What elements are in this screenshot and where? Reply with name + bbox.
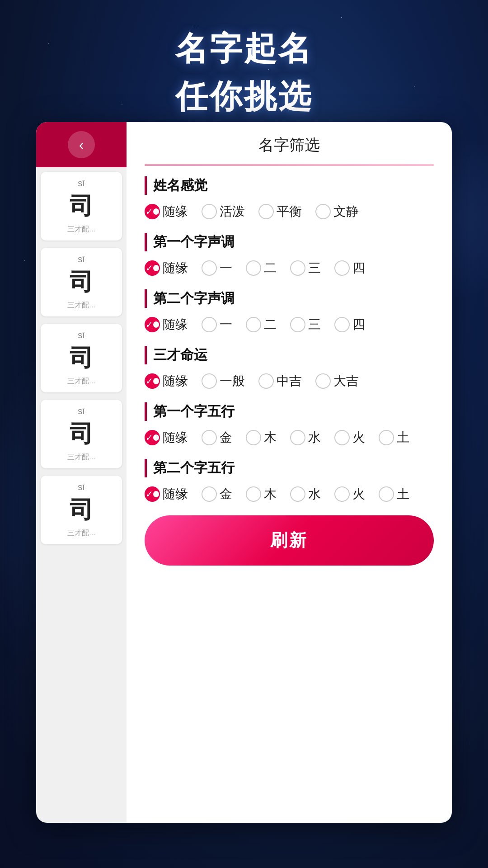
sidebar-items-list: sī 司 三才配... sī 司 三才配... sī 司 三才配... sī 司… <box>36 167 127 556</box>
radio-circle-fate-1[interactable] <box>202 373 217 389</box>
radio-circle-wx2-4[interactable] <box>334 486 350 502</box>
radio-circle-wx2-3[interactable] <box>290 486 305 502</box>
radio-circle-tone1-2[interactable] <box>246 260 261 276</box>
radio-label-feel-2: 平衡 <box>277 203 302 220</box>
radio-item-wx2-0[interactable]: ✓ 随缘 <box>145 486 188 503</box>
radio-circle-tone1-4[interactable] <box>334 260 350 276</box>
radio-label-wx2-1: 金 <box>220 486 232 503</box>
section-title-wuxing1: 第一个字五行 <box>145 402 434 421</box>
radio-circle-tone2-3[interactable] <box>290 317 305 332</box>
radio-label-feel-1: 活泼 <box>220 203 245 220</box>
radio-item-wx2-3[interactable]: 水 <box>290 486 321 503</box>
radio-circle-feel-2[interactable] <box>258 204 274 219</box>
radio-item-feel-3[interactable]: 文静 <box>315 203 359 220</box>
radio-item-tone2-2[interactable]: 二 <box>246 316 277 333</box>
radio-circle-fate-0[interactable]: ✓ <box>145 373 160 389</box>
radio-item-feel-0[interactable]: ✓ 随缘 <box>145 203 188 220</box>
radio-circle-wx1-1[interactable] <box>202 430 217 445</box>
radio-label-wx1-4: 火 <box>352 429 365 446</box>
radio-item-fate-2[interactable]: 中吉 <box>258 373 302 390</box>
radio-circle-fate-3[interactable] <box>315 373 331 389</box>
radio-group-feel: ✓ 随缘 活泼 平衡 文静 <box>145 203 434 220</box>
radio-label-tone2-1: 一 <box>220 316 232 333</box>
radio-circle-wx2-0[interactable]: ✓ <box>145 486 160 502</box>
radio-label-fate-3: 大吉 <box>333 373 359 390</box>
sidebar-item[interactable]: sī 司 三才配... <box>41 400 122 468</box>
radio-label-wx2-2: 木 <box>264 486 277 503</box>
radio-item-tone2-1[interactable]: 一 <box>202 316 232 333</box>
radio-circle-wx1-4[interactable] <box>334 430 350 445</box>
radio-label-wx1-2: 木 <box>264 429 277 446</box>
radio-circle-feel-1[interactable] <box>202 204 217 219</box>
radio-circle-wx1-5[interactable] <box>379 430 394 445</box>
sidebar-header: ‹ <box>36 122 127 167</box>
radio-label-wx1-1: 金 <box>220 429 232 446</box>
radio-item-tone1-2[interactable]: 二 <box>246 259 277 277</box>
radio-item-tone1-4[interactable]: 四 <box>334 259 365 277</box>
radio-item-tone1-0[interactable]: ✓ 随缘 <box>145 259 188 277</box>
radio-circle-wx2-2[interactable] <box>246 486 261 502</box>
radio-item-tone1-1[interactable]: 一 <box>202 259 232 277</box>
radio-circle-tone2-2[interactable] <box>246 317 261 332</box>
filter-section-feel: 姓名感觉 ✓ 随缘 活泼 平衡 <box>145 176 434 220</box>
radio-circle-tone2-0[interactable]: ✓ <box>145 317 160 332</box>
radio-circle-tone2-1[interactable] <box>202 317 217 332</box>
checkmark-icon: ✓ <box>145 490 153 499</box>
radio-circle-feel-0[interactable]: ✓ <box>145 204 160 219</box>
sidebar-item-char: 司 <box>47 342 116 374</box>
radio-item-wx1-3[interactable]: 水 <box>290 429 321 446</box>
radio-label-wx1-0: 随缘 <box>163 429 188 446</box>
radio-item-fate-0[interactable]: ✓ 随缘 <box>145 373 188 390</box>
sidebar-item-char: 司 <box>47 418 116 450</box>
radio-item-tone2-3[interactable]: 三 <box>290 316 321 333</box>
radio-group-fate: ✓ 随缘 一般 中吉 大吉 <box>145 373 434 390</box>
radio-item-fate-1[interactable]: 一般 <box>202 373 245 390</box>
radio-item-tone1-3[interactable]: 三 <box>290 259 321 277</box>
radio-label-fate-2: 中吉 <box>277 373 302 390</box>
sidebar-item-desc: 三才配... <box>47 377 116 386</box>
radio-circle-wx1-2[interactable] <box>246 430 261 445</box>
radio-label-tone1-1: 一 <box>220 259 232 277</box>
checkmark-icon: ✓ <box>145 207 153 216</box>
sidebar-item[interactable]: sī 司 三才配... <box>41 172 122 241</box>
section-title-tone1: 第一个字声调 <box>145 233 434 251</box>
radio-item-fate-3[interactable]: 大吉 <box>315 373 359 390</box>
checkmark-icon: ✓ <box>145 320 153 329</box>
sidebar-item[interactable]: sī 司 三才配... <box>41 324 122 392</box>
radio-item-feel-1[interactable]: 活泼 <box>202 203 245 220</box>
radio-circle-tone1-0[interactable]: ✓ <box>145 260 160 276</box>
back-button[interactable]: ‹ <box>68 131 95 158</box>
radio-item-wx2-4[interactable]: 火 <box>334 486 365 503</box>
radio-circle-wx1-0[interactable]: ✓ <box>145 430 160 445</box>
radio-item-wx1-1[interactable]: 金 <box>202 429 232 446</box>
sidebar-item-desc: 三才配... <box>47 301 116 310</box>
radio-circle-tone1-1[interactable] <box>202 260 217 276</box>
radio-item-wx1-0[interactable]: ✓ 随缘 <box>145 429 188 446</box>
radio-circle-fate-2[interactable] <box>258 373 274 389</box>
radio-circle-wx2-1[interactable] <box>202 486 217 502</box>
title-line2: 任你挑选 <box>0 75 488 118</box>
sidebar-item-pinyin: sī <box>47 482 116 492</box>
refresh-button[interactable]: 刷新 <box>145 515 434 566</box>
filter-section-wuxing1: 第一个字五行 ✓ 随缘 金 木 <box>145 402 434 446</box>
radio-label-fate-0: 随缘 <box>163 373 188 390</box>
radio-label-wx2-4: 火 <box>352 486 365 503</box>
radio-label-feel-0: 随缘 <box>163 203 188 220</box>
radio-item-wx1-2[interactable]: 木 <box>246 429 277 446</box>
radio-item-wx2-1[interactable]: 金 <box>202 486 232 503</box>
radio-item-feel-2[interactable]: 平衡 <box>258 203 302 220</box>
radio-item-wx1-5[interactable]: 土 <box>379 429 409 446</box>
sidebar-item[interactable]: sī 司 三才配... <box>41 248 122 316</box>
radio-circle-wx2-5[interactable] <box>379 486 394 502</box>
radio-circle-wx1-3[interactable] <box>290 430 305 445</box>
sidebar-item[interactable]: sī 司 三才配... <box>41 476 122 544</box>
sidebar-item-desc: 三才配... <box>47 453 116 462</box>
radio-item-wx1-4[interactable]: 火 <box>334 429 365 446</box>
radio-item-tone2-0[interactable]: ✓ 随缘 <box>145 316 188 333</box>
radio-item-wx2-5[interactable]: 土 <box>379 486 409 503</box>
radio-circle-tone2-4[interactable] <box>334 317 350 332</box>
radio-circle-tone1-3[interactable] <box>290 260 305 276</box>
radio-item-wx2-2[interactable]: 木 <box>246 486 277 503</box>
radio-item-tone2-4[interactable]: 四 <box>334 316 365 333</box>
radio-circle-feel-3[interactable] <box>315 204 331 219</box>
